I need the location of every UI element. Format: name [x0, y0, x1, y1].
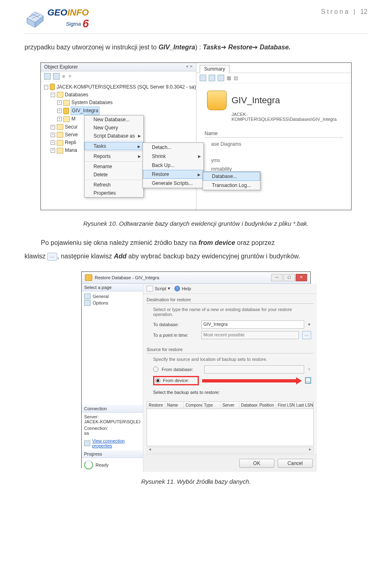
from-database-label: From database:	[162, 367, 201, 372]
toolbar-icon[interactable]	[218, 75, 224, 81]
summary-toolbar: ▦ ▤	[196, 73, 351, 83]
summary-path: JACEK-KOMPUTER\SQLEXPRESS\Databases\GIV_…	[196, 112, 351, 127]
from-device-highlight: From device:	[153, 376, 199, 385]
to-point-browse-button[interactable]: …	[302, 331, 311, 339]
script-button[interactable]: Script ▾	[147, 286, 170, 291]
connection-label: Connection:	[84, 426, 140, 431]
window-titlebar: Restore Database - GIV_Integra — ▢ ✕	[82, 272, 310, 284]
page-options[interactable]: Options	[84, 300, 140, 306]
menu-properties[interactable]: Properties	[85, 189, 143, 197]
minimize-button[interactable]: —	[271, 274, 283, 281]
menu-tasks[interactable]: Tasks▶	[85, 142, 143, 150]
folder-icon	[57, 92, 63, 98]
folder-icon	[57, 148, 63, 153]
menu-backup[interactable]: Back Up...	[143, 161, 203, 170]
ok-button[interactable]: OK	[239, 459, 274, 468]
progress-ready: Ready	[82, 458, 143, 472]
tree-node[interactable]: Secur	[65, 123, 78, 131]
figure-2-caption: Rysunek 11. Wybór źródła bazy danych.	[24, 478, 368, 485]
menu-reports[interactable]: Reports▶	[85, 152, 143, 160]
paragraph-3: klawisz …, następnie klawisz Add aby wyb…	[24, 251, 368, 262]
server-node[interactable]: JACEK-KOMPUTER\SQLEXPRESS (SQL Server 9.…	[56, 83, 196, 91]
context-menu: New Database... New Query Script Databas…	[84, 115, 144, 198]
from-device-browse-button[interactable]: …	[305, 377, 311, 384]
toolbar-icon[interactable]	[200, 75, 206, 81]
source-hint: Specify the source and location of backu…	[153, 357, 311, 364]
right-panel: Script ▾ ?Help Destination for restore S…	[143, 284, 317, 472]
oe-toolbar: ■ ▼	[41, 71, 196, 82]
from-database-radio[interactable]	[153, 367, 158, 372]
object-explorer: Object Explorer ▾ ✕ ■ ▼ −JACEK-KOMPUTER\…	[41, 63, 196, 210]
from-device-radio[interactable]	[155, 378, 160, 383]
logo-icon	[24, 10, 46, 28]
menu-new-database[interactable]: New Database...	[85, 116, 143, 124]
databases-node[interactable]: Databases	[65, 91, 88, 99]
connect-icon[interactable]	[44, 73, 51, 80]
folder-icon	[57, 124, 63, 130]
server-value: JACEK-KOMPUTER\SQLEXPRE	[84, 419, 140, 424]
help-button[interactable]: ?Help	[174, 286, 191, 291]
window-title: Restore Database - GIV_Integra	[95, 275, 159, 280]
menu-generate-scripts[interactable]: Generate Scripts...	[143, 179, 203, 188]
database-icon	[207, 91, 227, 110]
cancel-button[interactable]: Cancel	[278, 459, 313, 468]
tasks-submenu: Detach... Shrink▶ Back Up... Restore▶ Ge…	[143, 142, 204, 188]
select-backup-label: Select the backup sets to restore:	[153, 387, 311, 396]
red-arrow	[202, 377, 302, 384]
tree-node[interactable]: M	[71, 115, 76, 123]
menu-rename[interactable]: Rename	[85, 162, 143, 171]
logo-info: INFO	[67, 7, 89, 18]
menu-new-query[interactable]: New Query	[85, 124, 143, 132]
logo-geo: GEO	[47, 7, 67, 18]
view-connection-link[interactable]: View connection properties	[92, 438, 140, 448]
source-group: Source for restore	[147, 347, 314, 353]
menu-script-database[interactable]: Script Database as▶	[85, 132, 143, 140]
menu-restore[interactable]: Restore▶	[143, 170, 203, 179]
page-icon	[84, 293, 91, 299]
from-database-input	[204, 365, 304, 373]
object-explorer-title: Object Explorer ▾ ✕	[41, 63, 196, 71]
from-device-label: From device:	[163, 378, 189, 383]
toolbar-icon[interactable]	[209, 75, 215, 81]
progress-header: Progress	[82, 450, 143, 458]
restore-submenu: Database... Transaction Log...	[203, 171, 261, 190]
server-label: Server:	[84, 414, 140, 419]
menu-detach[interactable]: Detach...	[143, 143, 203, 152]
close-button[interactable]: ✕	[296, 274, 307, 281]
menu-delete[interactable]: Delete	[85, 171, 143, 179]
summary-tab[interactable]: Summary	[200, 65, 229, 73]
paragraph-1: przypadku bazy utworzonej w instrukcji j…	[24, 42, 368, 53]
figure-2: Restore Database - GIV_Integra — ▢ ✕ Sel…	[81, 271, 311, 468]
ready-icon	[84, 460, 93, 469]
menu-restore-transaction-log[interactable]: Transaction Log...	[203, 181, 260, 190]
menu-refresh[interactable]: Refresh	[85, 181, 143, 189]
app-icon	[85, 274, 92, 281]
figure-1: Object Explorer ▾ ✕ ■ ▼ −JACEK-KOMPUTER\…	[40, 62, 352, 210]
destination-hint: Select or type the name of a new or exis…	[153, 307, 311, 319]
backup-table-header: RestoreNameComponentTypeServerDatabasePo…	[147, 401, 314, 409]
database-icon	[63, 108, 69, 114]
menu-restore-database[interactable]: Database...	[203, 172, 260, 181]
name-header: Name	[205, 131, 343, 138]
to-database-label: To database:	[153, 322, 198, 327]
menu-shrink[interactable]: Shrink▶	[143, 152, 203, 161]
ellipsis-button[interactable]: …	[47, 253, 57, 261]
server-icon	[50, 84, 55, 90]
summary-items: ase Diagrams yms mmability	[196, 138, 351, 173]
folder-icon	[63, 100, 70, 106]
giv-integra-node[interactable]: GIV_Integra	[71, 107, 100, 115]
logo-six: 6	[82, 17, 89, 30]
to-database-input[interactable]: GIV_Integra	[201, 320, 304, 329]
select-page-header: Select a page	[82, 284, 143, 291]
logo-text: GEOINFO Sigma 6	[47, 8, 89, 30]
refresh-icon[interactable]	[53, 73, 60, 80]
left-panel: Select a page General Options Connection…	[82, 284, 143, 472]
maximize-button[interactable]: ▢	[283, 274, 295, 281]
horizontal-scrollbar[interactable]	[147, 447, 314, 454]
tree-node[interactable]: Serve	[65, 131, 78, 139]
system-databases-node[interactable]: System Databases	[71, 99, 113, 107]
page-general[interactable]: General	[84, 293, 140, 300]
tree-node[interactable]: Repli	[65, 139, 76, 147]
page-icon	[84, 300, 91, 306]
tree-node[interactable]: Mana	[65, 147, 77, 154]
